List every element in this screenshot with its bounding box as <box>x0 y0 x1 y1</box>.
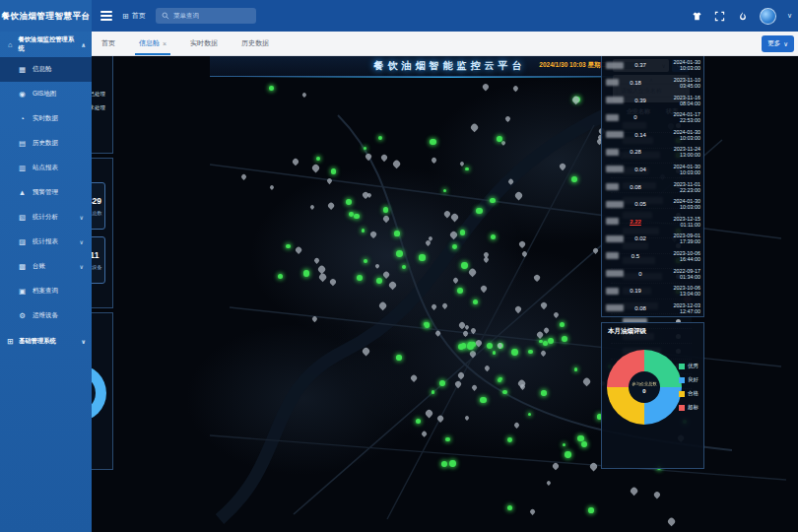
map-marker[interactable] <box>449 230 459 239</box>
map-marker[interactable] <box>380 154 388 162</box>
realtime-row[interactable]: 0.022023-09-01 17:39:00 <box>602 231 703 248</box>
map-marker[interactable] <box>374 263 380 269</box>
map-marker-online[interactable] <box>480 397 487 404</box>
map-marker-online[interactable] <box>416 419 421 424</box>
map-marker[interactable] <box>470 327 477 334</box>
map-marker-online[interactable] <box>487 343 493 349</box>
map-marker-online[interactable] <box>364 259 367 263</box>
sidebar-section-main[interactable]: ⌂ 餐饮油烟监控管理系统 ∧ <box>0 32 92 57</box>
flame-icon[interactable] <box>737 10 749 22</box>
map-marker-online[interactable] <box>507 505 512 510</box>
map-marker[interactable] <box>513 422 520 429</box>
map-marker-online[interactable] <box>562 336 567 342</box>
map-marker-online[interactable] <box>541 390 547 396</box>
realtime-row[interactable]: 02024-01-17 22:53:00 <box>602 108 703 126</box>
map-marker[interactable] <box>464 415 470 421</box>
realtime-row[interactable]: 0.082023-12-03 12:47:00 <box>602 299 703 317</box>
map-marker[interactable] <box>365 153 372 161</box>
sidebar-item-历史数据[interactable]: ▤历史数据 <box>0 131 92 156</box>
sidebar-item-统计分析[interactable]: ▧统计分析∨ <box>0 205 92 230</box>
map-marker-online[interactable] <box>467 343 474 350</box>
map-marker[interactable] <box>369 231 377 238</box>
realtime-row[interactable]: 0.372024-01-30 10:03:00 <box>602 57 703 75</box>
realtime-row[interactable]: 0.052024-01-30 10:03:00 <box>602 195 703 213</box>
map-marker[interactable] <box>517 240 525 248</box>
map-marker[interactable] <box>326 177 333 184</box>
map-marker-online[interactable] <box>432 390 434 393</box>
map-marker[interactable] <box>327 202 335 210</box>
map-marker-online[interactable] <box>443 189 446 192</box>
map-marker[interactable] <box>313 257 320 264</box>
more-button[interactable]: 更多 ∨ <box>762 35 794 52</box>
map-marker[interactable] <box>529 508 536 515</box>
map-marker-online[interactable] <box>511 349 518 356</box>
map-marker[interactable] <box>558 163 565 170</box>
map-marker[interactable] <box>382 215 390 223</box>
map-marker[interactable] <box>464 324 470 330</box>
sidebar-item-运维设备[interactable]: ⚙运维设备 <box>0 303 92 328</box>
map-marker[interactable] <box>589 461 599 471</box>
map-marker-online[interactable] <box>588 507 594 513</box>
map-marker[interactable] <box>629 487 637 496</box>
map-marker-online[interactable] <box>424 322 428 326</box>
map-marker-online[interactable] <box>278 274 284 280</box>
realtime-row[interactable]: 0.52023-10-06 16:44:00 <box>602 247 703 265</box>
map-marker-online[interactable] <box>286 244 291 249</box>
map-marker-online[interactable] <box>430 139 436 146</box>
sidebar-item-台账[interactable]: ▩台账∨ <box>0 254 92 279</box>
sidebar-item-信息舱[interactable]: ▦信息舱 <box>0 57 92 82</box>
map-marker-online[interactable] <box>539 340 543 344</box>
map-marker[interactable] <box>481 83 490 92</box>
map-marker-online[interactable] <box>548 338 555 345</box>
map-marker[interactable] <box>381 271 389 279</box>
map-marker-online[interactable] <box>303 270 310 277</box>
map-marker[interactable] <box>387 281 397 291</box>
map-marker-online[interactable] <box>473 299 478 304</box>
map-marker[interactable] <box>653 490 662 499</box>
map-marker-online[interactable] <box>331 168 336 173</box>
sidebar-item-站点报表[interactable]: ▥站点报表 <box>0 156 92 180</box>
sidebar-item-预警管理[interactable]: ▲预警管理 <box>0 180 92 205</box>
map-marker-online[interactable] <box>354 214 360 220</box>
map-marker-online[interactable] <box>394 231 400 236</box>
map-marker[interactable] <box>295 245 302 253</box>
map-marker-online[interactable] <box>498 378 501 382</box>
map-marker-online[interactable] <box>383 207 388 212</box>
map-marker[interactable] <box>518 383 525 390</box>
map-marker[interactable] <box>392 159 401 167</box>
realtime-row[interactable]: 0.392023-11-16 08:04:00 <box>602 92 703 109</box>
realtime-row[interactable]: 0.282023-11-24 13:00:00 <box>602 144 703 162</box>
map-marker[interactable] <box>377 301 386 310</box>
map-marker-online[interactable] <box>419 254 425 260</box>
map-marker-online[interactable] <box>445 437 449 441</box>
map-marker[interactable] <box>328 277 337 286</box>
map-marker-online[interactable] <box>461 262 468 269</box>
map-marker[interactable] <box>540 350 547 357</box>
map-marker-online[interactable] <box>502 390 506 394</box>
map-marker[interactable] <box>582 377 591 386</box>
map-marker-online[interactable] <box>452 244 457 249</box>
map-marker[interactable] <box>410 373 418 381</box>
map-marker-online[interactable] <box>497 136 502 142</box>
map-marker[interactable] <box>240 173 247 180</box>
sidebar-item-档案查询[interactable]: ▣档案查询 <box>0 279 92 303</box>
realtime-row[interactable]: 0.182023-11-10 03:45:00 <box>602 74 703 92</box>
map-marker-online[interactable] <box>441 461 447 467</box>
map-marker-online[interactable] <box>402 265 406 269</box>
realtime-row[interactable]: 2.222023-12-15 01:11:00 <box>602 213 703 231</box>
map-marker[interactable] <box>552 462 561 471</box>
breadcrumb[interactable]: ⊞ 首页 <box>122 0 146 32</box>
map-marker-online[interactable] <box>574 367 578 371</box>
map-marker[interactable] <box>269 184 275 190</box>
map-marker-online[interactable] <box>563 443 565 446</box>
map-marker-online[interactable] <box>458 344 464 350</box>
map-marker[interactable] <box>504 115 511 122</box>
map-marker[interactable] <box>318 273 327 282</box>
map-marker-online[interactable] <box>528 350 532 354</box>
map-marker[interactable] <box>514 305 522 313</box>
map-marker[interactable] <box>431 303 437 310</box>
realtime-row[interactable]: 0.142024-01-30 10:03:00 <box>602 126 703 144</box>
map-marker-online[interactable] <box>490 198 496 204</box>
map-marker-online[interactable] <box>493 351 497 355</box>
map-marker[interactable] <box>469 122 478 131</box>
